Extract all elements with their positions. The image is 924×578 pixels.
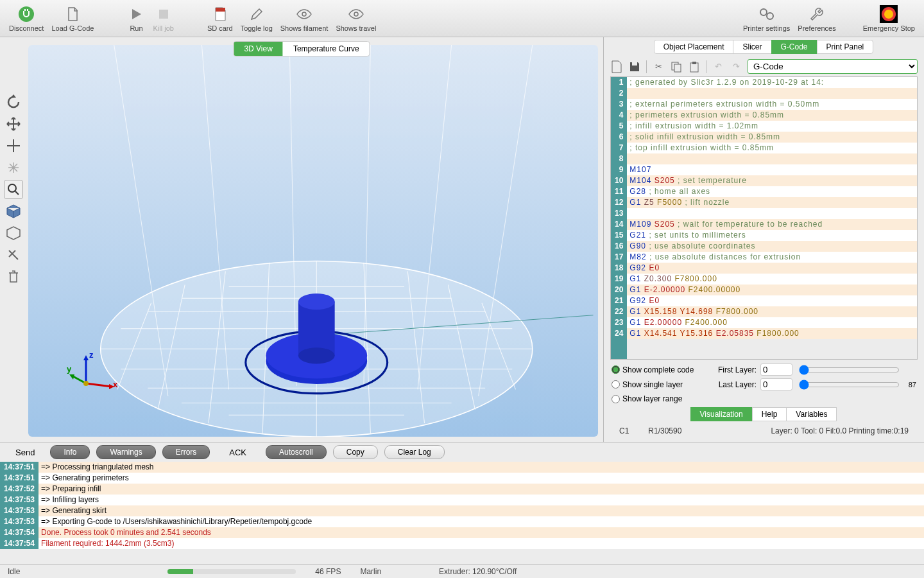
redo-icon[interactable]: ↷ xyxy=(730,60,742,73)
status-fps: 46 FPS xyxy=(315,567,341,576)
status-firmware: Marlin xyxy=(360,567,381,576)
svg-point-9 xyxy=(884,10,893,19)
svg-rect-49 xyxy=(674,64,681,72)
svg-point-39 xyxy=(266,333,367,379)
axis-gizmo: z y x xyxy=(67,351,118,398)
status-bar: Idle 46 FPS Marlin Extruder: 120.90°C/Of… xyxy=(0,564,924,578)
first-layer-slider[interactable] xyxy=(799,365,900,375)
eye-icon xyxy=(347,5,365,23)
log-filter-ack[interactable]: ACK xyxy=(216,448,259,457)
sd-card-button[interactable]: SD card xyxy=(207,5,233,32)
gcode-editor[interactable]: 123456789101112131415161718192021222324 … xyxy=(610,76,918,360)
send-label[interactable]: Send xyxy=(6,448,44,457)
svg-line-15 xyxy=(418,45,452,389)
log-lines[interactable]: 14:37:51 => Processing triangulated mesh… xyxy=(0,462,924,564)
printer-settings-button[interactable]: Printer settings xyxy=(743,5,790,32)
emergency-stop-button[interactable]: Emergency Stop xyxy=(863,5,915,32)
log-autoscroll[interactable]: Autoscroll xyxy=(266,445,327,459)
svg-line-30 xyxy=(209,271,225,423)
gcode-status-line: C1 R1/30590 Layer: 0 Tool: 0 Fil:0.0 Pri… xyxy=(612,424,916,438)
progress-bar xyxy=(167,569,296,574)
log-clear-button[interactable]: Clear Log xyxy=(384,445,445,459)
log-filter-warnings[interactable]: Warnings xyxy=(96,445,155,459)
svg-point-46 xyxy=(83,381,89,386)
log-filter-info[interactable]: Info xyxy=(50,445,90,459)
run-button[interactable]: Run xyxy=(127,5,145,32)
svg-point-6 xyxy=(767,13,773,19)
status-extruder: Extruder: 120.90°C/Off xyxy=(439,567,517,576)
radio-show-complete[interactable] xyxy=(612,365,620,374)
svg-line-31 xyxy=(407,271,424,423)
parallel-icon[interactable] xyxy=(4,245,23,265)
layer-controls: Show complete code First Layer: Show sin… xyxy=(604,360,924,442)
tab-visualization[interactable]: Visualization xyxy=(690,407,753,421)
editor-toolbar: ✂ ↶ ↷ G-Code xyxy=(604,57,924,76)
tab-slicer[interactable]: Slicer xyxy=(733,40,771,54)
pencil-icon xyxy=(248,5,266,23)
svg-line-44 xyxy=(86,383,112,387)
copy-icon[interactable] xyxy=(670,60,683,73)
cut-icon[interactable]: ✂ xyxy=(652,60,665,73)
paste-icon[interactable] xyxy=(688,60,701,73)
zoom-icon[interactable] xyxy=(4,180,23,199)
save-icon[interactable] xyxy=(628,60,641,73)
svg-line-32 xyxy=(158,285,185,410)
tab-gcode[interactable]: G-Code xyxy=(771,40,817,54)
isometric-icon[interactable] xyxy=(4,223,23,243)
svg-line-14 xyxy=(364,45,371,386)
svg-point-37 xyxy=(246,331,388,394)
pan-icon[interactable] xyxy=(4,158,23,177)
status-idle: Idle xyxy=(8,567,20,576)
stop-icon xyxy=(155,5,173,23)
new-file-icon[interactable] xyxy=(610,60,623,73)
load-gcode-button[interactable]: Load G-Code xyxy=(51,5,94,32)
radio-show-range[interactable] xyxy=(612,395,620,403)
svg-rect-1 xyxy=(159,10,168,19)
view-tabs: 3D View Temperature Curve xyxy=(233,41,370,57)
tab-variables[interactable]: Variables xyxy=(786,407,837,421)
log-copy-button[interactable]: Copy xyxy=(333,445,378,459)
svg-point-41 xyxy=(298,293,335,310)
svg-line-34 xyxy=(117,303,151,390)
svg-rect-48 xyxy=(672,62,678,70)
shows-travel-button[interactable]: Shows travel xyxy=(336,5,376,32)
svg-line-33 xyxy=(448,285,475,410)
tab-3d-view[interactable]: 3D View xyxy=(234,42,282,56)
gcode-type-select[interactable]: G-Code xyxy=(748,59,918,74)
preferences-button[interactable]: Preferences xyxy=(798,5,835,32)
svg-point-10 xyxy=(8,184,16,192)
move-icon[interactable] xyxy=(4,136,23,155)
svg-point-8 xyxy=(882,7,896,21)
tab-object-placement[interactable]: Object Placement xyxy=(654,40,734,54)
radio-show-single[interactable] xyxy=(612,380,620,389)
perspective-icon[interactable] xyxy=(4,202,23,221)
svg-line-36 xyxy=(316,315,593,336)
trash-icon[interactable] xyxy=(4,267,23,286)
tab-print-panel[interactable]: Print Panel xyxy=(817,40,874,54)
svg-point-42 xyxy=(298,347,335,363)
svg-rect-50 xyxy=(690,63,698,72)
svg-rect-51 xyxy=(692,62,696,64)
svg-point-5 xyxy=(760,9,767,15)
tab-temperature-curve[interactable]: Temperature Curve xyxy=(283,42,370,56)
last-layer-input[interactable] xyxy=(760,378,792,390)
toggle-log-button[interactable]: Toggle log xyxy=(241,5,273,32)
viewport-3d[interactable]: z y x xyxy=(28,45,598,437)
svg-line-45 xyxy=(72,376,86,383)
disconnect-button[interactable]: Disconnect xyxy=(9,5,44,32)
svg-line-29 xyxy=(364,263,371,434)
tab-help[interactable]: Help xyxy=(752,407,787,421)
plug-icon xyxy=(17,5,35,23)
shows-filament-button[interactable]: Shows filament xyxy=(280,5,329,32)
svg-point-17 xyxy=(101,261,533,437)
move-xy-icon[interactable] xyxy=(4,114,23,134)
svg-point-3 xyxy=(302,12,306,16)
log-filter-errors[interactable]: Errors xyxy=(162,445,210,459)
play-icon xyxy=(127,5,145,23)
first-layer-input[interactable] xyxy=(760,363,792,376)
undo-icon[interactable]: ↶ xyxy=(712,60,724,73)
last-layer-slider[interactable] xyxy=(799,380,900,390)
rotate-icon[interactable] xyxy=(4,92,23,112)
file-icon xyxy=(64,5,81,23)
wrench-icon xyxy=(808,5,826,23)
